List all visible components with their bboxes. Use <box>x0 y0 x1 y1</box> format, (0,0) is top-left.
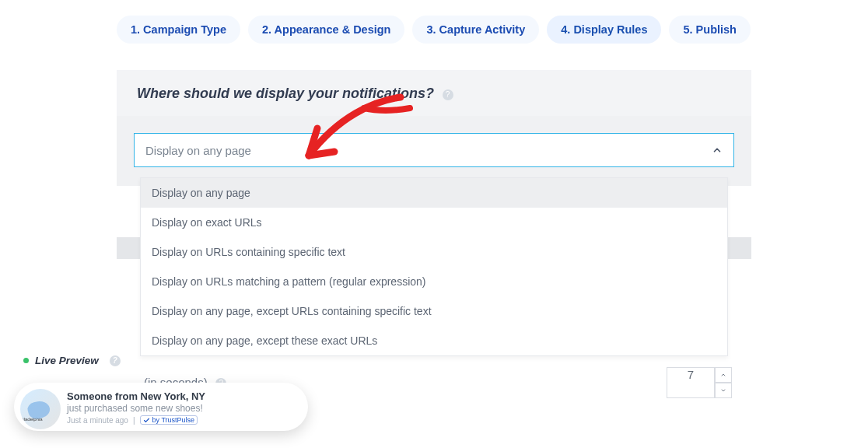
chevron-up-icon <box>712 145 723 156</box>
tab-label: 4. Display Rules <box>561 23 647 36</box>
bubble-subtitle: just purchased some new shoes! <box>67 403 294 414</box>
display-select-options: Display on any page Display on exact URL… <box>140 177 728 356</box>
option-url-regex[interactable]: Display on URLs matching a pattern (regu… <box>141 267 727 296</box>
section-body: Display on any page <box>117 116 751 186</box>
brand-badge[interactable]: by TrustPulse <box>140 415 198 425</box>
bubble-title: Someone from New York, NY <box>67 390 294 402</box>
section-header: Where should we display your notificatio… <box>117 70 751 116</box>
live-preview-header: Live Preview ? <box>23 355 121 366</box>
tab-capture-activity[interactable]: 3. Capture Activity <box>412 16 539 44</box>
tab-label: 3. Capture Activity <box>426 23 525 36</box>
option-exact-urls[interactable]: Display on exact URLs <box>141 208 727 237</box>
wizard-tabs: 1. Campaign Type 2. Appearance & Design … <box>117 16 775 44</box>
display-select[interactable]: Display on any page <box>134 133 734 167</box>
tab-appearance[interactable]: 2. Appearance & Design <box>248 16 404 44</box>
section-title: Where should we display your notificatio… <box>137 86 434 102</box>
bubble-footer: Just a minute ago | by TrustPulse <box>67 415 294 425</box>
option-except-exact[interactable]: Display on any page, except these exact … <box>141 326 727 355</box>
help-icon[interactable]: ? <box>110 355 121 366</box>
display-select-value: Display on any page <box>145 144 251 157</box>
tab-label: 2. Appearance & Design <box>262 23 390 36</box>
map-thumbnail-icon <box>20 389 61 429</box>
option-url-contains[interactable]: Display on URLs containing specific text <box>141 237 727 267</box>
live-preview-bubble: Someone from New York, NY just purchased… <box>14 383 308 431</box>
option-any-page[interactable]: Display on any page <box>141 178 727 208</box>
spinner-down-icon[interactable] <box>715 383 732 398</box>
tab-publish[interactable]: 5. Publish <box>669 16 751 44</box>
tab-label: 1. Campaign Type <box>131 23 226 36</box>
tab-display-rules[interactable]: 4. Display Rules <box>547 16 661 44</box>
bubble-timestamp: Just a minute ago <box>67 416 128 425</box>
display-rules-panel: Where should we display your notificatio… <box>117 70 751 186</box>
live-preview-label-text: Live Preview <box>35 355 99 366</box>
option-except-contains[interactable]: Display on any page, except URLs contain… <box>141 296 727 326</box>
delay-input[interactable]: 7 <box>667 367 715 398</box>
delay-input-group: 7 <box>667 367 732 398</box>
help-icon[interactable]: ? <box>443 89 453 100</box>
brand-text: by TrustPulse <box>152 416 195 424</box>
delay-spinner <box>715 367 732 398</box>
tab-label: 5. Publish <box>683 23 737 36</box>
spinner-up-icon[interactable] <box>715 367 732 383</box>
live-dot-icon <box>23 358 29 363</box>
tab-campaign-type[interactable]: 1. Campaign Type <box>117 16 240 44</box>
